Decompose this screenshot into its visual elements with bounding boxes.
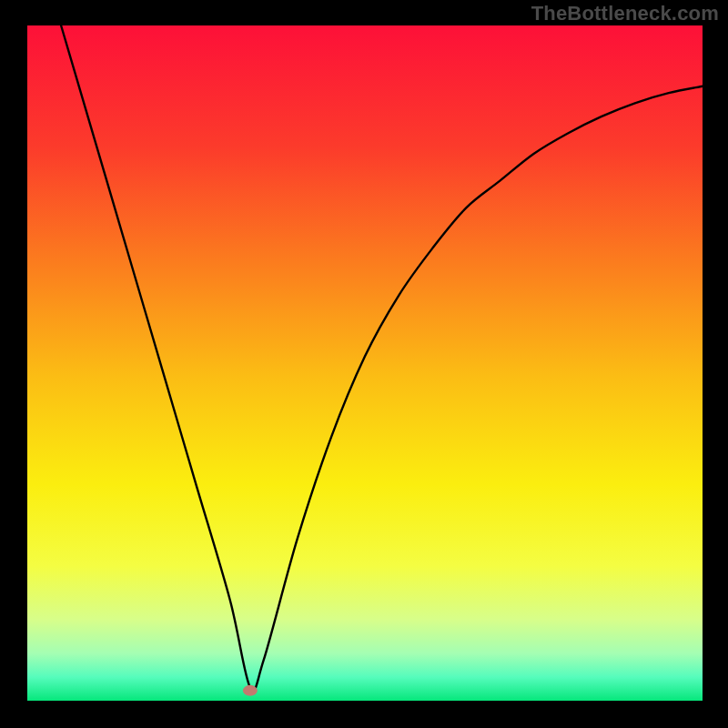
plot-background: [27, 25, 703, 701]
watermark-text: TheBottleneck.com: [531, 2, 719, 25]
chart-frame: { "watermark": "TheBottleneck.com", "cha…: [0, 0, 728, 728]
bottleneck-chart: [0, 0, 728, 728]
minimum-marker: [243, 685, 258, 696]
